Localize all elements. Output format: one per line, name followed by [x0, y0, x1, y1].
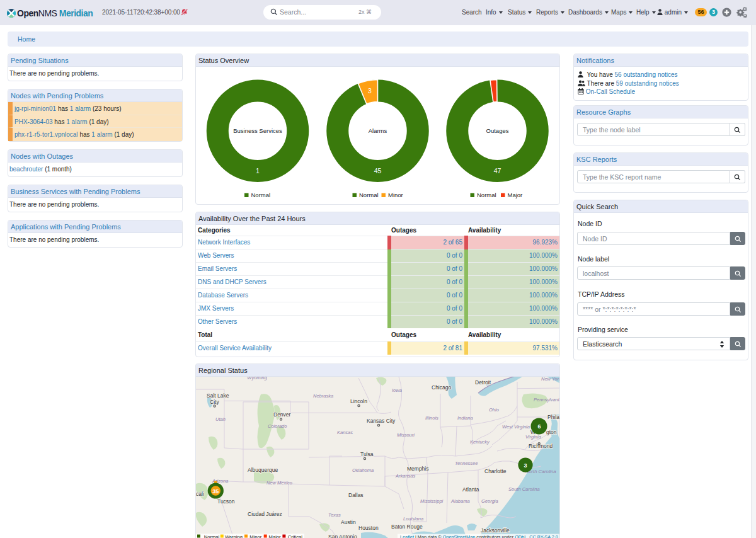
svg-text:Memphis: Memphis [407, 466, 428, 472]
svg-text:Indiana: Indiana [457, 415, 473, 421]
svg-text:Arkansas: Arkansas [395, 473, 416, 479]
svg-text:Atlanta: Atlanta [462, 486, 479, 493]
svg-text:Dallas: Dallas [348, 492, 364, 498]
svg-text:Ohio: Ohio [489, 407, 499, 413]
svg-text:Charlotte: Charlotte [484, 468, 507, 474]
svg-text:Major: Major [508, 192, 523, 198]
svg-text:Alarms: Alarms [369, 127, 387, 134]
svg-text:New Mexico: New Mexico [266, 480, 292, 486]
svg-text:47: 47 [494, 167, 501, 175]
svg-text:Tulsa: Tulsa [360, 451, 374, 457]
svg-text:Georgia: Georgia [481, 498, 498, 504]
svg-text:Lincoln: Lincoln [350, 398, 367, 404]
svg-text:Normal: Normal [359, 192, 379, 198]
svg-text:6: 6 [537, 423, 541, 430]
svg-text:New York: New York [541, 377, 559, 382]
svg-text:Kansas: Kansas [337, 430, 353, 435]
svg-text:cali: cali [196, 491, 204, 497]
svg-text:Leaflet | Map data © OpenStree: Leaflet | Map data © OpenStreetMap contr… [400, 534, 558, 538]
svg-text:Wyoming: Wyoming [247, 377, 267, 381]
svg-text:Nebraska: Nebraska [313, 393, 333, 399]
svg-text:Kansas City: Kansas City [367, 418, 396, 424]
svg-text:Chicago: Chicago [432, 384, 451, 391]
svg-text:Ciudad Juárez: Ciudad Juárez [248, 511, 282, 517]
svg-text:San Antonio: San Antonio [328, 534, 357, 538]
svg-text:Minor: Minor [249, 534, 261, 538]
svg-text:Mississippi: Mississippi [420, 498, 444, 504]
svg-text:Iowa: Iowa [392, 387, 402, 393]
svg-text:gton: gton [546, 429, 557, 435]
svg-text:Normal: Normal [477, 192, 496, 198]
svg-text:Pennsylvania: Pennsylvania [534, 397, 559, 403]
svg-text:Jacksonville: Jacksonville [481, 527, 510, 534]
svg-text:Alabama: Alabama [450, 498, 470, 504]
svg-text:3: 3 [368, 87, 372, 94]
svg-text:West Virginia: West Virginia [502, 424, 530, 430]
svg-text:Houston: Houston [358, 525, 379, 531]
svg-text:Philad: Philad [547, 414, 559, 420]
svg-text:City: City [210, 399, 219, 405]
svg-text:Richmond: Richmond [529, 443, 553, 449]
svg-text:Colorado: Colorado [268, 423, 287, 429]
svg-text:Albuquerque: Albuquerque [248, 467, 278, 473]
svg-text:South Carolina: South Carolina [508, 486, 540, 492]
svg-text:Louisiana: Louisiana [403, 516, 423, 522]
svg-text:Texas: Texas [328, 512, 341, 518]
svg-text:Kentucky: Kentucky [470, 439, 490, 445]
svg-text:45: 45 [374, 167, 382, 175]
svg-text:Major: Major [269, 534, 281, 538]
svg-text:Tucson: Tucson [217, 498, 235, 505]
svg-text:Business Services: Business Services [233, 127, 282, 134]
svg-text:1: 1 [256, 167, 260, 175]
svg-text:Detroit: Detroit [475, 379, 491, 386]
svg-text:Baton Rouge: Baton Rouge [391, 524, 423, 530]
svg-text:Denver: Denver [273, 411, 291, 418]
svg-text:3: 3 [524, 462, 527, 469]
svg-text:Normal: Normal [204, 534, 220, 538]
svg-text:Warning: Warning [225, 534, 243, 538]
svg-text:Critical: Critical [288, 534, 303, 538]
svg-text:Illinois: Illinois [425, 415, 438, 421]
svg-text:Missouri: Missouri [397, 432, 415, 438]
svg-text:Minor: Minor [388, 192, 403, 198]
svg-text:35: 35 [212, 488, 219, 495]
svg-text:Outages: Outages [486, 127, 509, 134]
svg-text:Oklahoma: Oklahoma [352, 467, 374, 473]
svg-text:Tennessee: Tennessee [455, 461, 478, 466]
svg-text:Normal: Normal [251, 192, 271, 198]
svg-text:Utah: Utah [215, 416, 226, 422]
svg-text:Austin: Austin [341, 519, 356, 525]
svg-text:Salt Lake: Salt Lake [207, 392, 229, 399]
